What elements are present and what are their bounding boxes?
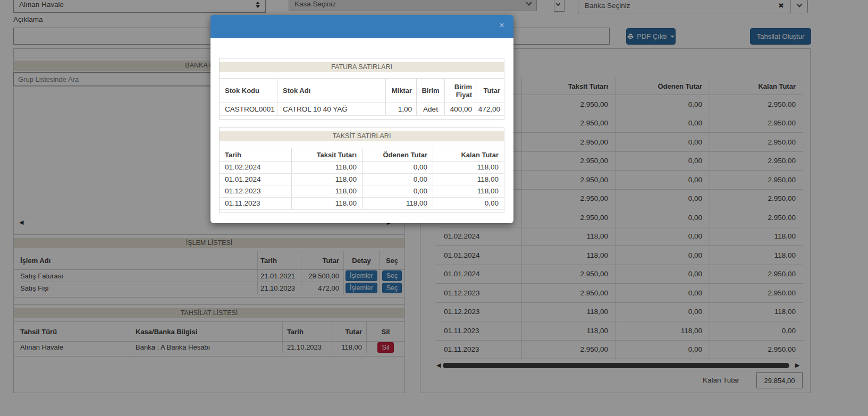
stok-adi: CATROL 10 40 YAĞ: [277, 103, 385, 115]
col-tutar: Tutar: [476, 79, 504, 103]
table-row: CASTROL0001 CATROL 10 40 YAĞ 1,00 Adet 4…: [220, 103, 504, 116]
tutar: 472,00: [476, 103, 504, 115]
modal-header: ×: [210, 15, 513, 38]
detail-modal: × FATURA SATIRLARI Stok Kodu Stok Adı Mi…: [210, 15, 513, 223]
birim-fiyat: 400,00: [444, 103, 476, 115]
table-row: 01.12.2023 118,00 0,00 118,00: [220, 185, 504, 198]
col-odenen-tutar: Ödenen Tutar: [362, 148, 433, 161]
taksit-satirlari-table: TAKSİT SATIRLARI Tarih Taksit Tutarı Öde…: [219, 127, 504, 213]
taksit-header-row: Tarih Taksit Tutarı Ödenen Tutar Kalan T…: [220, 148, 504, 162]
col-stok-kodu: Stok Kodu: [220, 79, 277, 103]
col-kalan-tutar: Kalan Tutar: [433, 148, 504, 161]
fatura-satirlari-table: FATURA SATIRLARI Stok Kodu Stok Adı Mikt…: [219, 58, 504, 120]
col-taksit-tutari: Taksit Tutarı: [291, 148, 362, 161]
fatura-header-row: Stok Kodu Stok Adı Miktar Birim Birim Fi…: [220, 78, 504, 103]
close-icon[interactable]: ×: [499, 21, 504, 30]
miktar: 1,00: [385, 103, 416, 115]
col-birim: Birim: [416, 79, 444, 103]
col-miktar: Miktar: [385, 79, 416, 103]
fatura-satirlari-title: FATURA SATIRLARI: [220, 62, 504, 72]
birim: Adet: [416, 103, 444, 115]
stok-kodu: CASTROL0001: [220, 103, 277, 115]
table-row: 01.11.2023 118,00 118,00 0,00: [220, 198, 504, 210]
taksit-satirlari-title: TAKSİT SATIRLARI: [220, 131, 504, 141]
col-stok-adi: Stok Adı: [277, 79, 385, 103]
col-tarih: Tarih: [220, 148, 291, 161]
col-birim-fiyat: Birim Fiyat: [444, 79, 476, 103]
table-row: 01.02.2024 118,00 0,00 118,00: [220, 162, 504, 174]
table-row: 01.01.2024 118,00 0,00 118,00: [220, 174, 504, 186]
